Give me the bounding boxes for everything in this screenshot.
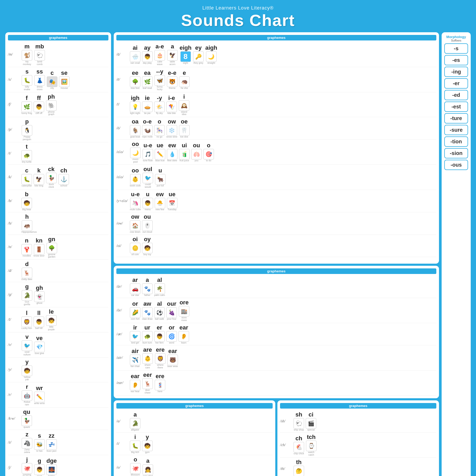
sound-row-oo-short: /o͝o/ oo👶book cook oul🐦could would u🐂put… [116, 165, 436, 190]
sound-row-ee: /ē/ ee🌳tree feet ea🌿leaf read --y🦋funny … [116, 67, 436, 92]
sound-row-g: /g/ g🐊Gus gorilla gh👻ghost [8, 282, 108, 307]
sound-row-ay: /ā/ ai🌧️rain snail ay👦day play a-e🎂cake … [116, 42, 436, 67]
bottom-right-header: graphemes [280, 403, 436, 409]
sound-row-sh: /sh/ sh🐑ship shop ci🎬special [280, 410, 436, 433]
suffix-sure: -sure [444, 125, 468, 135]
mid-center-panel: graphemes /är/ ar🚗car star a🐾father al🌴p… [114, 266, 439, 398]
bottom-left-header: graphemes [116, 403, 273, 409]
page-title: Sounds Chart [181, 11, 295, 30]
sound-row-ar: /är/ ar🚗car star a🐾father al🌴palm calm [116, 276, 436, 298]
bottom-right-panel: graphemes /sh/ sh🐑ship shop ci🎬special /… [277, 400, 439, 476]
main-content: graphemes /m/ m🐒My monkey mb🐑lamb comb /… [5, 32, 471, 476]
sound-row-a-short: /a/ a🐊alligator [116, 410, 273, 433]
sound-row-m: /m/ m🐒My monkey mb🐑lamb comb [8, 42, 108, 67]
sound-row-h: /h/ h🦛Hippopotamus [8, 212, 108, 235]
bottom-row: graphemes /a/ a🐊alligator /i/ i🐛Big Itch… [114, 400, 439, 476]
sound-row-n: /n/ n🦞noodles kn🚪know door gn🌳gnome gard… [8, 235, 108, 260]
sound-row-er: /ər/ ir🐦bird girl ur🐢burn turn er👦her fe… [116, 323, 436, 346]
sound-row-l: /l/ l🦁Lucky lion ll👦ball hill le🧒little … [8, 307, 108, 332]
suffix-er: -er [444, 78, 468, 89]
center-top-header: graphemes [116, 35, 436, 40]
sound-row-oi: /oi/ oi🪙oil coin oy🧒boy toy [116, 235, 436, 257]
right-panel: Morphology Suffixes -s -es -ing -er -ed … [442, 32, 471, 476]
sound-row-v: /v/ v🐦vivid vulture ve💎love give [8, 332, 108, 358]
left-panel: graphemes /m/ m🐒My monkey mb🐑lamb comb /… [5, 32, 111, 476]
center-panel: graphemes /ā/ ai🌧️rain snail ay👦day play… [114, 32, 439, 476]
sound-row-f: /f/ f🌿funny frog ff👦cliff off ph🐘phone g… [8, 92, 108, 117]
suffix-sion: -sion [444, 148, 468, 158]
sound-row-k: /k/ c🐛caterpillar k🦅kite king ck🦆duck cl… [8, 165, 108, 190]
sound-row-o-short: /o/ o🐙Blossom ostrich a👧was what [116, 455, 273, 476]
sound-row-r: /r/ r🤖Robot ram wr✏️write wrist [8, 382, 108, 408]
sound-row-p: /p/ p🐧Peppy penguin [8, 117, 108, 142]
sound-row-t: /t/ t🐢tiny turtle [8, 142, 108, 165]
sound-row-yoo: /y+o͞o/ u-e🦄mule cube u👦menu ew🐣new few … [116, 190, 436, 212]
brand-name: Little Learners Love Literacy® [181, 5, 295, 11]
suffix-ture: -ture [444, 113, 468, 123]
sound-row-or: /ôr/ or🌽corn fort aw🐾claw draw al⚽ball w… [116, 298, 436, 323]
page-header: Little Learners Love Literacy® Sounds Ch… [181, 5, 295, 30]
sound-row-ch: /ch/ ch🐔chip chick tch⌚watch catch [280, 433, 436, 458]
sound-row-d: /d/ d🦌Dotty deer [8, 260, 108, 282]
center-mid-header: graphemes [116, 268, 436, 274]
sound-row-oo-long: /o͞o/ oo🌙moon pool u-e🎵tune flute ue✏️bl… [116, 140, 436, 165]
sound-row-ear: /ear/ ear👂ear hear eer🦌deer cheer ere💈he… [116, 370, 436, 396]
sound-row-o: /ō/ oa🐐goat boat o-e🦦rope mole o🎠no go o… [116, 117, 436, 140]
top-center-panel: graphemes /ā/ ai🌧️rain snail ay👦day play… [114, 32, 439, 264]
sound-row-kw: /k·w/ qu🦆quack [8, 408, 108, 430]
suffix-s: -s [444, 43, 468, 54]
sound-row-th: /th/ th🤔this that [280, 458, 436, 476]
morphology-title: Morphology [444, 35, 468, 39]
sound-row-ow: /ow/ ow🏠cow down ou🖱️out cloud [116, 212, 436, 235]
sound-row-b: /b/ b🧒Big bear [8, 190, 108, 212]
morphology-subtitle: Suffixes [444, 39, 468, 42]
left-panel-header: graphemes [8, 35, 108, 40]
suffix-est: -est [444, 102, 468, 112]
bottom-left-panel: graphemes /a/ a🐊alligator /i/ i🐛Big Itch… [114, 400, 275, 476]
suffix-es: -es [444, 55, 468, 65]
sound-row-j: /j/ j🐙jumping jellyfish g👦giant dge🌉brid… [8, 455, 108, 476]
suffix-ous: -ous [444, 160, 468, 170]
sound-row-y: /y/ y🧒Yellow yak [8, 358, 108, 383]
suffix-tion: -tion [444, 136, 468, 147]
suffix-ing: -ing [444, 67, 468, 77]
sound-row-s: /s/ s🐛Silly snake ss👗dress cross c🎭city … [8, 67, 108, 92]
sound-row-z: /z/ z🦓Zany zebra s🐝is has zz💤buzz jazz [8, 430, 108, 455]
sound-row-i: /ī/ igh💡light night ie🥧tie pie -y🌤️fly s… [116, 92, 436, 117]
sound-row-air: /air/ air✈️fair chair are👶share care ere… [116, 345, 436, 370]
sound-row-i-short: /i/ i🐛Big Itch y🧒gym [116, 433, 273, 455]
suffix-ed: -ed [444, 90, 468, 100]
